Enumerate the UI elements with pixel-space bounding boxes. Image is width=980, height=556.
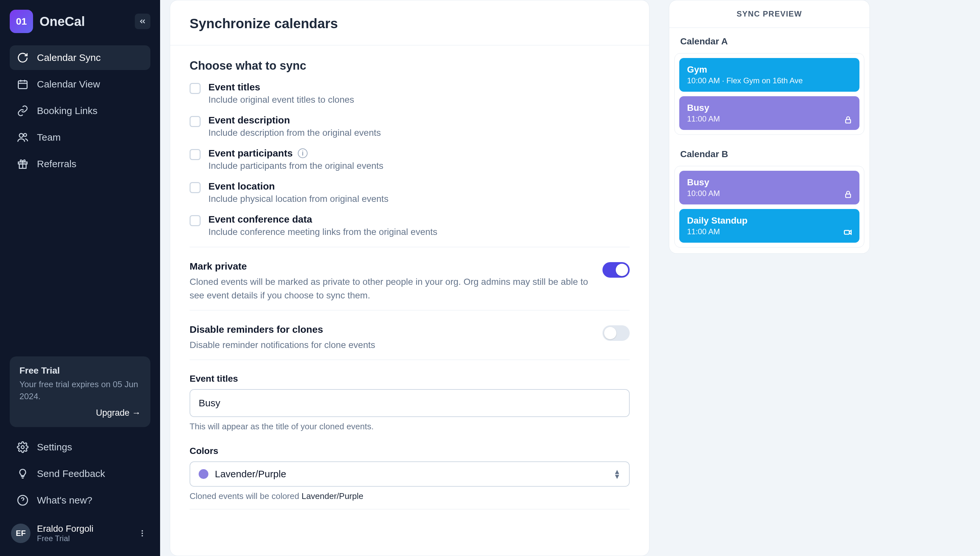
calendar-icon: [17, 78, 29, 90]
preview-event: Busy11:00 AM: [679, 96, 859, 130]
disable-reminders-row: Disable reminders for clones Disable rem…: [189, 324, 630, 352]
trial-text: Your free trial expires on 05 Jun 2024.: [19, 378, 141, 402]
colors-select[interactable]: Lavender/Purple ▲▼: [189, 461, 630, 486]
trial-card: Free Trial Your free trial expires on 05…: [10, 356, 150, 427]
event-subtitle: 11:00 AM: [687, 227, 852, 236]
divider: [170, 45, 649, 45]
brand: 01 OneCal: [10, 10, 150, 33]
svg-rect-11: [846, 194, 851, 198]
preview-event: Busy10:00 AM: [679, 171, 859, 204]
avatar: EF: [11, 524, 31, 543]
brand-logo: 01: [10, 10, 33, 33]
sidebar-item-label: Calendar View: [37, 79, 100, 90]
event-subtitle: 10:00 AM: [687, 189, 852, 198]
sync-option-row: Event titlesInclude original event title…: [189, 82, 630, 105]
sync-option-help: Include participants from the original e…: [209, 161, 383, 171]
sync-option-checkbox[interactable]: [189, 116, 201, 127]
link-icon: [17, 105, 29, 116]
gear-icon: [17, 441, 29, 453]
sidebar-item-label: Calendar Sync: [37, 52, 101, 63]
event-title: Gym: [687, 65, 852, 75]
sync-preview-panel: SYNC PREVIEW Calendar AGym10:00 AM · Fle…: [669, 0, 870, 254]
more-vertical-icon: [138, 529, 147, 538]
event-titles-label: Event titles: [189, 373, 630, 384]
event-subtitle: 11:00 AM: [687, 115, 852, 123]
sidebar-item-calendar-view[interactable]: Calendar View: [10, 72, 150, 97]
svg-rect-12: [844, 230, 849, 234]
svg-point-5: [21, 446, 24, 449]
user-name: Eraldo Forgoli: [37, 524, 93, 534]
event-titles-input[interactable]: [189, 389, 630, 417]
trial-title: Free Trial: [19, 365, 141, 376]
page-title: Synchronize calendars: [189, 16, 630, 31]
sync-options-list: Event titlesInclude original event title…: [189, 82, 630, 237]
divider: [189, 509, 630, 509]
mark-private-row: Mark private Cloned events will be marke…: [189, 261, 630, 302]
collapse-sidebar-button[interactable]: [135, 14, 150, 29]
sync-icon: [17, 52, 29, 63]
sync-preview-header: SYNC PREVIEW: [669, 0, 870, 28]
sidebar-item-label: Referrals: [37, 158, 76, 170]
primary-nav: Calendar Sync Calendar View Booking Link…: [10, 45, 150, 178]
event-title: Busy: [687, 103, 852, 113]
sidebar-item-label: Settings: [37, 441, 72, 453]
sidebar-item-send-feedback[interactable]: Send Feedback: [10, 461, 150, 486]
colors-help: Cloned events will be colored Lavender/P…: [189, 491, 630, 501]
mark-private-desc: Cloned events will be marked as private …: [189, 275, 590, 302]
sidebar-item-booking-links[interactable]: Booking Links: [10, 99, 150, 123]
disable-reminders-title: Disable reminders for clones: [189, 324, 590, 335]
preview-event: Gym10:00 AM · Flex Gym on 16th Ave: [679, 58, 859, 92]
lock-icon: [844, 190, 852, 199]
sidebar-item-whats-new[interactable]: What's new?: [10, 488, 150, 512]
sync-option-label: Event location: [209, 181, 388, 192]
svg-point-1: [19, 134, 23, 137]
svg-point-7: [142, 530, 143, 532]
calendar-box: Gym10:00 AM · Flex Gym on 16th AveBusy11…: [674, 53, 864, 135]
divider: [189, 310, 630, 310]
sidebar-item-referrals[interactable]: Referrals: [10, 152, 150, 176]
svg-rect-0: [18, 81, 27, 89]
sync-option-help: Include description from the original ev…: [209, 128, 381, 138]
upgrade-link[interactable]: Upgrade →: [19, 408, 141, 418]
mark-private-toggle[interactable]: [602, 262, 630, 278]
user-menu-button[interactable]: [136, 527, 149, 540]
sync-option-checkbox[interactable]: [189, 83, 201, 94]
event-subtitle: 10:00 AM · Flex Gym on 16th Ave: [687, 76, 852, 85]
lightbulb-icon: [17, 468, 29, 480]
user-plan: Free Trial: [37, 534, 93, 543]
choose-section-title: Choose what to sync: [189, 59, 630, 73]
user-row: EF Eraldo Forgoli Free Trial: [10, 520, 150, 546]
svg-point-8: [142, 533, 143, 534]
settings-card: Synchronize calendars Choose what to syn…: [170, 0, 649, 556]
sync-option-row: Event descriptionInclude description fro…: [189, 115, 630, 138]
svg-rect-10: [846, 120, 851, 123]
calendar-box: Busy10:00 AMDaily Standup11:00 AM: [674, 166, 864, 247]
info-icon[interactable]: i: [298, 149, 307, 158]
brand-name: OneCal: [40, 14, 135, 29]
sync-option-help: Include conference meeting links from th…: [209, 227, 438, 237]
sidebar-item-label: Booking Links: [37, 105, 97, 116]
sidebar-item-team[interactable]: Team: [10, 125, 150, 150]
sync-option-help: Include physical location from original …: [209, 194, 388, 204]
sync-option-checkbox[interactable]: [189, 149, 201, 160]
team-icon: [17, 131, 29, 143]
main: Synchronize calendars Choose what to syn…: [160, 0, 980, 556]
event-titles-help: This will appear as the title of your cl…: [189, 422, 630, 432]
sync-option-label: Event participantsi: [209, 148, 383, 159]
sidebar-item-settings[interactable]: Settings: [10, 435, 150, 459]
sync-option-row: Event participantsiInclude participants …: [189, 148, 630, 171]
sync-option-label: Event conference data: [209, 214, 438, 225]
svg-point-9: [142, 535, 143, 536]
disable-reminders-toggle[interactable]: [602, 325, 630, 341]
sidebar-item-calendar-sync[interactable]: Calendar Sync: [10, 45, 150, 70]
sync-option-checkbox[interactable]: [189, 215, 201, 226]
sync-option-label: Event description: [209, 115, 381, 126]
svg-point-2: [24, 134, 27, 136]
disable-reminders-desc: Disable reminder notifications for clone…: [189, 338, 590, 352]
sidebar: 01 OneCal Calendar Sync Calendar View Bo…: [0, 0, 160, 556]
calendar-label: Calendar B: [669, 141, 870, 166]
chevron-left-icon: [138, 17, 147, 26]
sync-option-checkbox[interactable]: [189, 182, 201, 193]
sync-option-row: Event conference dataInclude conference …: [189, 214, 630, 237]
chevron-updown-icon: ▲▼: [613, 469, 621, 479]
